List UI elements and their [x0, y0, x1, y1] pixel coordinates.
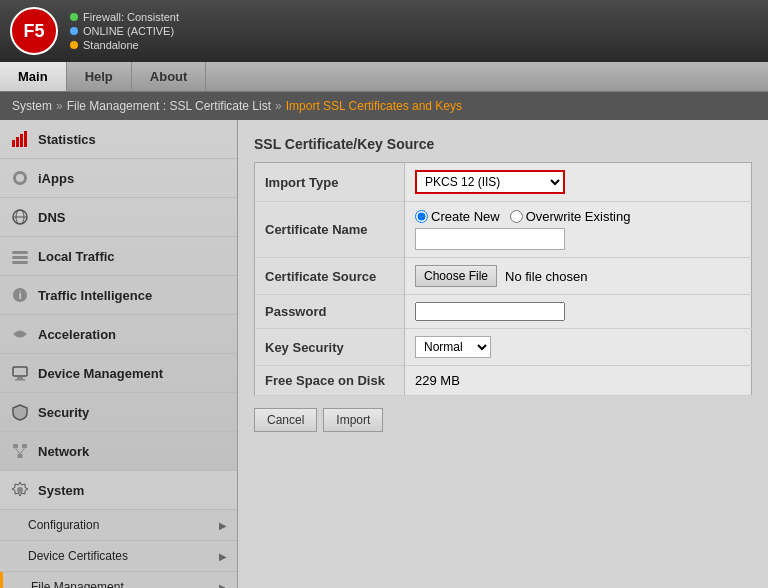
status-dot-standalone — [70, 41, 78, 49]
tab-help[interactable]: Help — [67, 62, 132, 91]
cell-import-type: PKCS 12 (IIS) Certificate Key PKCS 8 Key — [405, 163, 752, 202]
dns-icon — [10, 207, 30, 227]
sidebar-item-security[interactable]: Security — [0, 393, 237, 432]
status-firewall: Firewall: Consistent — [70, 11, 179, 23]
status-block: Firewall: Consistent ONLINE (ACTIVE) Sta… — [70, 11, 179, 51]
svg-rect-2 — [20, 134, 23, 147]
svg-rect-14 — [13, 367, 27, 376]
label-free-space: Free Space on Disk — [255, 366, 405, 396]
breadcrumb-current: Import SSL Certificates and Keys — [286, 99, 462, 113]
nav-bar: Main Help About — [0, 62, 768, 92]
svg-rect-3 — [24, 131, 27, 147]
sidebar-label-local-traffic: Local Traffic — [38, 249, 115, 264]
sidebar-label-system: System — [38, 483, 84, 498]
security-icon — [10, 402, 30, 422]
radio-overwrite-input[interactable] — [510, 210, 523, 223]
traffic-intelligence-icon: i — [10, 285, 30, 305]
sidebar-label-security: Security — [38, 405, 89, 420]
submenu-label-device-certificates: Device Certificates — [28, 549, 128, 563]
cert-name-input-wrapper — [415, 228, 741, 250]
chevron-icon-device-certificates: ▶ — [219, 551, 227, 562]
svg-rect-1 — [16, 137, 19, 147]
breadcrumb-part-filemgmt: File Management : SSL Certificate List — [67, 99, 271, 113]
svg-point-22 — [17, 487, 23, 493]
acceleration-icon — [10, 324, 30, 344]
file-area: Choose File No file chosen — [415, 265, 741, 287]
submenu-item-device-certificates[interactable]: Device Certificates ▶ — [0, 541, 237, 572]
status-firewall-label: Firewall: Consistent — [83, 11, 179, 23]
key-security-area: Normal FIPS NetHSM — [415, 336, 741, 358]
sidebar-item-statistics[interactable]: Statistics — [0, 120, 237, 159]
breadcrumb-sep-2: » — [275, 99, 282, 113]
sidebar-item-local-traffic[interactable]: Local Traffic — [0, 237, 237, 276]
submenu-item-file-management[interactable]: File Management ▶ — [0, 572, 237, 588]
svg-rect-16 — [15, 379, 25, 381]
svg-rect-17 — [13, 444, 18, 448]
svg-rect-18 — [22, 444, 27, 448]
cell-cert-name: Create New Overwrite Existing — [405, 202, 752, 258]
sidebar-item-system[interactable]: System — [0, 471, 237, 510]
svg-rect-15 — [17, 377, 23, 379]
import-type-select[interactable]: PKCS 12 (IIS) Certificate Key PKCS 8 Key — [415, 170, 565, 194]
submenu-label-file-management: File Management — [31, 580, 124, 588]
submenu-item-configuration[interactable]: Configuration ▶ — [0, 510, 237, 541]
content-area: SSL Certificate/Key Source Import Type P… — [238, 120, 768, 588]
label-cert-source: Certificate Source — [255, 258, 405, 295]
svg-rect-19 — [18, 454, 23, 458]
cell-cert-source: Choose File No file chosen — [405, 258, 752, 295]
radio-create-new-input[interactable] — [415, 210, 428, 223]
status-online: ONLINE (ACTIVE) — [70, 25, 179, 37]
radio-overwrite-existing[interactable]: Overwrite Existing — [510, 209, 631, 224]
status-dot-firewall — [70, 13, 78, 21]
status-dot-online — [70, 27, 78, 35]
choose-file-button[interactable]: Choose File — [415, 265, 497, 287]
form-table: Import Type PKCS 12 (IIS) Certificate Ke… — [254, 162, 752, 396]
submenu-label-configuration: Configuration — [28, 518, 99, 532]
breadcrumb-part-system: System — [12, 99, 52, 113]
cancel-button[interactable]: Cancel — [254, 408, 317, 432]
tab-about[interactable]: About — [132, 62, 207, 91]
radio-create-new-label: Create New — [431, 209, 500, 224]
form-row-cert-source: Certificate Source Choose File No file c… — [255, 258, 752, 295]
sidebar-item-network[interactable]: Network — [0, 432, 237, 471]
chevron-icon-configuration: ▶ — [219, 520, 227, 531]
svg-rect-10 — [12, 256, 28, 259]
sidebar-label-traffic-intelligence: Traffic Intelligence — [38, 288, 152, 303]
cell-password — [405, 295, 752, 329]
sidebar-label-device-management: Device Management — [38, 366, 163, 381]
tab-main[interactable]: Main — [0, 62, 67, 91]
sidebar-label-iapps: iApps — [38, 171, 74, 186]
sidebar-item-traffic-intelligence[interactable]: i Traffic Intelligence — [0, 276, 237, 315]
svg-rect-9 — [12, 251, 28, 254]
radio-create-new[interactable]: Create New — [415, 209, 500, 224]
key-security-select[interactable]: Normal FIPS NetHSM — [415, 336, 491, 358]
sidebar-label-network: Network — [38, 444, 89, 459]
sidebar-item-iapps[interactable]: iApps — [0, 159, 237, 198]
breadcrumb-sep-1: » — [56, 99, 63, 113]
system-icon — [10, 480, 30, 500]
sidebar-item-dns[interactable]: DNS — [0, 198, 237, 237]
cell-free-space: 229 MB — [405, 366, 752, 396]
cell-key-security: Normal FIPS NetHSM — [405, 329, 752, 366]
network-icon — [10, 441, 30, 461]
svg-line-21 — [20, 448, 25, 454]
status-online-label: ONLINE (ACTIVE) — [83, 25, 174, 37]
cert-name-input[interactable] — [415, 228, 565, 250]
no-file-text: No file chosen — [505, 269, 587, 284]
svg-line-20 — [16, 448, 21, 454]
form-row-key-security: Key Security Normal FIPS NetHSM — [255, 329, 752, 366]
radio-overwrite-label: Overwrite Existing — [526, 209, 631, 224]
sidebar-item-device-management[interactable]: Device Management — [0, 354, 237, 393]
import-button[interactable]: Import — [323, 408, 383, 432]
section-title: SSL Certificate/Key Source — [254, 136, 752, 152]
svg-rect-0 — [12, 140, 15, 147]
status-standalone: Standalone — [70, 39, 179, 51]
svg-text:i: i — [19, 290, 21, 301]
svg-rect-11 — [12, 261, 28, 264]
f5-logo: F5 — [10, 7, 58, 55]
password-input[interactable] — [415, 302, 565, 321]
free-space-value: 229 MB — [415, 373, 460, 388]
sidebar-label-dns: DNS — [38, 210, 65, 225]
sidebar-item-acceleration[interactable]: Acceleration — [0, 315, 237, 354]
form-row-password: Password — [255, 295, 752, 329]
